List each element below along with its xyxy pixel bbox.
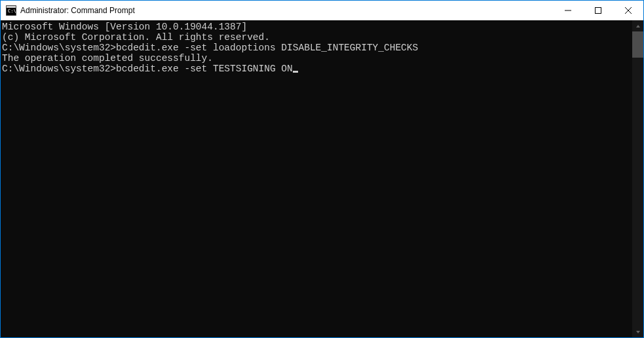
close-button[interactable] <box>613 1 643 20</box>
scroll-track[interactable] <box>632 31 643 326</box>
terminal-line: C:\Windows\system32>bcdedit.exe -set loa… <box>2 43 632 53</box>
svg-rect-4 <box>596 8 601 14</box>
prompt: C:\Windows\system32> <box>2 64 116 74</box>
scroll-down-button[interactable] <box>632 326 643 337</box>
scrollbar[interactable] <box>632 20 643 337</box>
svg-marker-8 <box>636 331 640 333</box>
terminal-line: C:\Windows\system32>bcdedit.exe -set TES… <box>2 64 632 74</box>
terminal-line: The operation completed successfully. <box>2 53 632 64</box>
maximize-button[interactable] <box>583 1 613 20</box>
prompt: C:\Windows\system32> <box>2 43 116 53</box>
window-title: Administrator: Command Prompt <box>20 6 553 15</box>
client-area: Microsoft Windows [Version 10.0.19044.13… <box>1 20 643 337</box>
terminal-line: (c) Microsoft Corporation. All rights re… <box>2 32 632 43</box>
window: C:\ Administrator: Command Prompt Micros… <box>1 1 643 337</box>
cmd-icon: C:\ <box>6 5 16 16</box>
titlebar[interactable]: C:\ Administrator: Command Prompt <box>1 1 643 20</box>
svg-rect-1 <box>7 6 16 8</box>
command: bcdedit.exe -set TESTSIGNING ON <box>116 64 293 74</box>
scroll-up-button[interactable] <box>632 20 643 31</box>
svg-marker-7 <box>636 25 640 28</box>
terminal-line: Microsoft Windows [Version 10.0.19044.13… <box>2 22 632 32</box>
window-controls <box>553 1 643 20</box>
cursor-icon <box>293 71 298 73</box>
terminal-output[interactable]: Microsoft Windows [Version 10.0.19044.13… <box>1 20 632 337</box>
command: bcdedit.exe -set loadoptions DISABLE_INT… <box>116 43 418 53</box>
svg-text:C:\: C:\ <box>8 9 16 14</box>
scroll-thumb[interactable] <box>632 31 643 58</box>
minimize-button[interactable] <box>553 1 583 20</box>
